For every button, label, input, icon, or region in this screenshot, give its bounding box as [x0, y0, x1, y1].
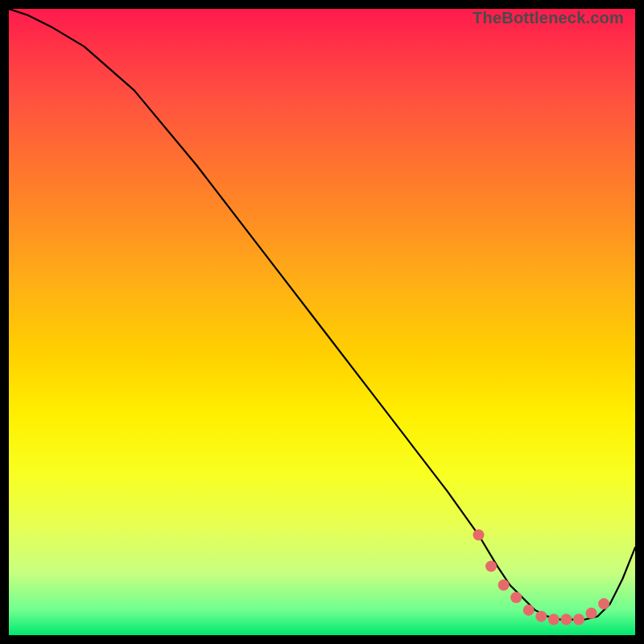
curve-marker [485, 560, 497, 572]
curve-marker [473, 530, 485, 541]
curve-markers [473, 530, 610, 625]
curve-marker [560, 614, 572, 625]
curve-marker [586, 608, 597, 619]
curve-marker [535, 611, 547, 622]
chart-stage: TheBottleneck.com [0, 0, 644, 644]
curve-marker [598, 598, 609, 609]
gradient-plot-area: TheBottleneck.com [9, 9, 635, 635]
curve-marker [510, 592, 522, 603]
curve-marker [548, 614, 559, 625]
curve-marker [498, 580, 510, 591]
curve-marker [523, 605, 535, 616]
curve-marker [573, 614, 584, 625]
curve-layer [9, 9, 635, 635]
bottleneck-curve-line [9, 9, 635, 620]
